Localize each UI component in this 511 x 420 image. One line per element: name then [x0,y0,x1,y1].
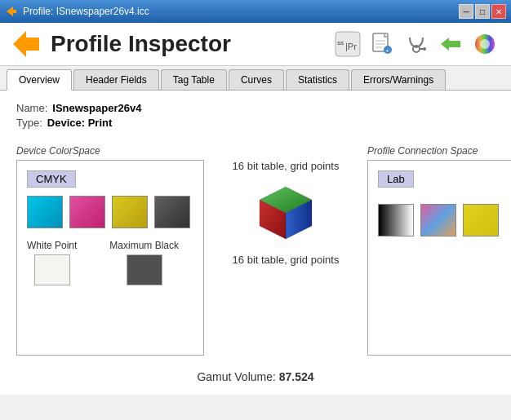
white-point-group: White Point [27,240,77,285]
lut-label-bottom: 16 bit table, grid points [233,254,340,266]
minimize-btn[interactable]: ─ [459,4,473,19]
device-colorspace-box: CMYK White Point Maximum Black [16,160,204,356]
gamut-value: 87.524 [279,370,314,383]
svg-text:|Pr: |Pr [345,42,357,51]
color-cube [253,180,318,245]
toolbar-icons: ss |Pr + [333,29,500,59]
check-button[interactable] [402,29,431,59]
profile-info: Name: ISnewspaper26v4 Type: Device: Prin… [16,102,495,129]
key-swatch [154,196,190,228]
white-point-label: White Point [27,240,77,251]
tab-bar: Overview Header Fields Tag Table Curves … [0,66,511,91]
type-row: Type: Device: Print [16,117,495,129]
pcs-box: Lab [367,160,511,356]
svg-marker-1 [13,31,39,57]
check-icon [403,31,429,57]
svg-marker-0 [7,7,16,16]
close-btn[interactable]: ✕ [491,4,506,19]
rainbow-swatch [420,204,456,237]
type-value: Device: Print [47,117,112,129]
type-label: Type: [16,117,42,129]
compare-icon [438,31,464,57]
color-cube-icon [253,180,318,245]
yellow2-swatch [463,204,499,237]
bw-swatch [378,204,414,237]
pcs-label: Profile Connection Space [367,145,478,157]
open-file-button[interactable]: + [367,29,397,59]
device-colorspace-label: Device ColorSpace [16,145,100,157]
yellow-swatch [112,196,148,228]
window-title: Profile: ISnewspaper26v4.icc [23,6,149,17]
max-black-group: Maximum Black [109,240,179,285]
lut-label-top: 16 bit table, grid points [233,160,340,172]
name-label: Name: [16,102,47,114]
sspr-icon: ss |Pr [334,30,362,58]
app-title: Profile Inspector [51,31,231,57]
pcs-wrapper: Profile Connection Space Lab [367,160,511,356]
content-area: Name: ISnewspaper26v4 Type: Device: Prin… [0,91,511,395]
compare-button[interactable] [436,29,465,59]
svg-point-14 [423,47,426,51]
cmyk-swatches [27,196,193,228]
lab-label: Lab [378,170,414,188]
title-bar-controls: ─ □ ✕ [459,4,506,19]
name-value: ISnewspaper26v4 [52,102,141,114]
tab-curves[interactable]: Curves [229,69,284,90]
cyan-swatch [27,196,63,228]
gamut-button[interactable] [470,29,500,59]
tab-overview[interactable]: Overview [7,69,72,91]
gamut-row: Gamut Volume: 87.524 [16,370,495,383]
lut-section: 16 bit table, grid points [204,160,367,274]
tab-errors-warnings[interactable]: Errors/Warnings [351,69,446,90]
white-point-swatch [34,254,70,285]
color-spaces-row: Device ColorSpace CMYK White Point Maxim… [16,144,495,356]
svg-text:ss: ss [337,39,344,46]
device-colorspace-wrapper: Device ColorSpace CMYK White Point Maxim… [16,160,204,356]
tab-header-fields[interactable]: Header Fields [73,69,159,90]
svg-text:+: + [385,47,389,55]
title-bar-left: Profile: ISnewspaper26v4.icc [5,5,149,18]
cmyk-label: CMYK [27,170,76,188]
svg-point-17 [480,39,490,49]
pcs-swatches [378,204,511,237]
open-file-icon: + [369,31,395,57]
tab-statistics[interactable]: Statistics [286,69,349,90]
white-black-row: White Point Maximum Black [27,240,193,285]
magenta-swatch [69,196,105,228]
app-title-group: Profile Inspector [11,29,231,59]
title-bar-icon [5,5,18,18]
app-logo-icon [11,29,41,59]
sspr-button[interactable]: ss |Pr [333,29,362,59]
maximize-btn[interactable]: □ [475,4,490,19]
max-black-label: Maximum Black [109,240,179,251]
app-header: Profile Inspector ss |Pr + [0,23,511,66]
svg-marker-15 [441,38,460,51]
tab-tag-table[interactable]: Tag Table [161,69,227,90]
gamut-icon [472,31,498,57]
name-row: Name: ISnewspaper26v4 [16,102,495,114]
max-black-swatch [127,254,162,285]
gamut-label: Gamut Volume: [197,370,276,383]
title-bar: Profile: ISnewspaper26v4.icc ─ □ ✕ [0,0,511,23]
